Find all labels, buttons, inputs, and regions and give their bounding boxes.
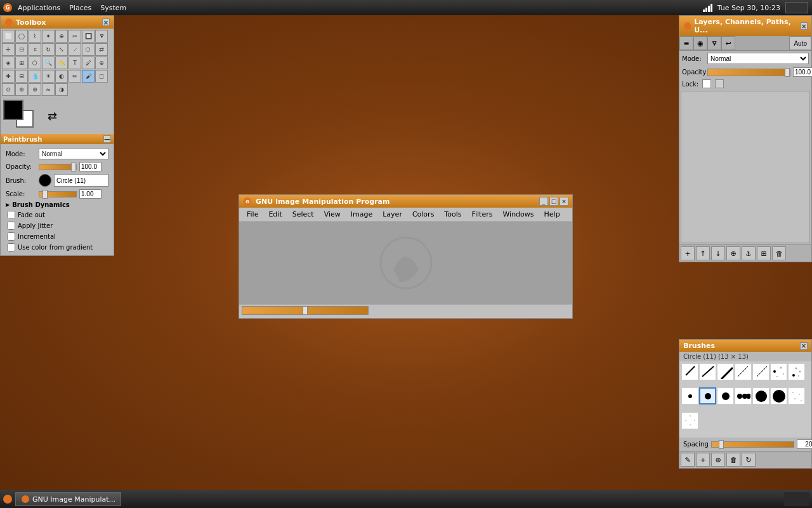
tool-crop[interactable]: ⌗ [29,43,41,56]
brush-edit-button[interactable]: ✎ [681,453,695,467]
brush-xlcircle[interactable] [770,387,787,404]
tool-measure[interactable]: 📏 [55,57,68,69]
brushes-panel-close[interactable]: × [800,342,808,350]
tool-flip[interactable]: ⇄ [95,43,108,56]
tool-dodge[interactable]: ☀ [42,70,55,83]
brush-circle3dots[interactable] [735,387,752,404]
scale-input[interactable]: 1.00 [79,189,102,199]
brush-dot2[interactable] [788,363,805,380]
tool-blur[interactable]: 💧 [29,70,41,83]
tool-free-select[interactable]: ⌇ [29,30,41,43]
gimp-taskbar-button[interactable]: GNU Image Manipulat... [15,492,121,506]
brush-diag1[interactable] [681,363,698,380]
tool-smudge[interactable]: ≈ [42,83,55,96]
merge-layer-button[interactable]: ⊞ [757,246,771,260]
tool-clone[interactable]: ⊕ [95,57,108,69]
tool-move[interactable]: ✛ [2,43,15,56]
tool-clone2[interactable]: ⊕ [15,83,28,96]
tool-colorpicker[interactable]: 🖊 [82,57,95,69]
tool-scale[interactable]: ⤡ [55,43,68,56]
tab-channels-icon[interactable]: ◉ [693,36,707,50]
mode-select[interactable]: Normal [39,148,108,159]
layers-opacity-slider[interactable] [707,69,790,76]
tool-color-select[interactable]: ⊕ [55,30,68,43]
gimp-canvas[interactable] [239,222,572,304]
tool-perspective[interactable]: ⬡ [82,43,95,56]
tool-airbrush[interactable]: ⊙ [2,83,15,96]
layers-mode-select[interactable]: Normal [707,53,809,64]
menu-image[interactable]: Image [346,209,377,220]
scale-slider[interactable] [39,191,77,197]
tool-perspective-clone[interactable]: ⊟ [15,70,28,83]
brush-circle11[interactable] [699,387,716,404]
tool-desaturate[interactable]: ◐ [55,70,68,83]
tool-transform[interactable]: ◈ [2,57,15,69]
opacity-input[interactable]: 100.0 [79,162,102,171]
gradient-checkbox[interactable] [7,243,15,251]
tool-cage[interactable]: ⬡ [29,57,41,69]
tool-dodge2[interactable]: ◑ [55,83,68,96]
tool-scissors[interactable]: ✂ [69,30,81,43]
tool-heal[interactable]: ✚ [2,70,15,83]
applications-menu[interactable]: Applications [14,3,64,13]
menu-windows[interactable]: Windows [497,209,539,220]
brush-dynamics-toggle[interactable]: ▶ Brush Dynamics [3,200,111,210]
layers-panel-close[interactable]: × [801,22,808,30]
menu-help[interactable]: Help [539,209,565,220]
paintbrush-section-header[interactable]: Paintbrush — [1,134,114,144]
tool-paths[interactable]: ⛛ [95,30,108,43]
toolbox-close[interactable]: × [102,18,110,26]
opacity-slider[interactable] [39,164,77,170]
system-menu[interactable]: System [96,3,130,13]
brush-new-button[interactable]: + [696,453,710,467]
brush-diag2[interactable] [699,363,716,380]
fade-out-checkbox[interactable] [7,211,15,219]
brush-delete-button[interactable]: 🗑 [726,453,740,467]
brush-scatter1[interactable] [788,387,805,404]
lower-layer-button[interactable]: ↓ [711,246,725,260]
tool-warp[interactable]: ⊞ [15,57,28,69]
maximize-button[interactable]: □ [549,197,558,206]
brush-name-button[interactable]: Circle (11) [54,174,108,187]
spacing-slider[interactable] [711,441,794,448]
tool-ink[interactable]: ✏ [69,70,81,83]
tool-paintbrush[interactable]: 🖌 [82,70,95,83]
close-button[interactable]: × [560,197,568,206]
menu-view[interactable]: View [319,209,346,220]
menu-layer[interactable]: Layer [377,209,407,220]
minimize-button[interactable]: _ [539,197,548,206]
tab-layers-icon[interactable]: ≡ [679,36,693,50]
spacing-input[interactable] [797,439,812,449]
lock-alpha-checkbox[interactable] [715,79,724,88]
auto-button[interactable]: Auto [789,36,811,50]
brush-refresh-button[interactable]: ↻ [742,453,756,467]
tool-foreground-select[interactable]: 🔲 [82,30,95,43]
tool-align[interactable]: ⊟ [15,43,28,56]
new-layer-button[interactable]: + [681,246,695,260]
brush-duplicate-button[interactable]: ⊕ [711,453,725,467]
menu-tools[interactable]: Tools [439,209,466,220]
tab-paths-icon[interactable]: ⛛ [707,36,721,50]
duplicate-layer-button[interactable]: ⊕ [726,246,740,260]
menu-select[interactable]: Select [287,209,319,220]
brush-smallcircle[interactable] [681,387,698,404]
tool-magnify[interactable]: 🔍 [42,57,55,69]
brush-circle13[interactable] [717,387,734,404]
raise-layer-button[interactable]: ↑ [696,246,710,260]
swap-colors[interactable]: ⇄ [48,109,57,123]
menu-edit[interactable]: Edit [263,209,287,220]
tool-eraser[interactable]: ◻ [95,70,108,83]
tool-rotate[interactable]: ↻ [42,43,55,56]
zoom-slider[interactable] [242,306,369,315]
tool-fuzzy-select[interactable]: ✦ [42,30,55,43]
foreground-color[interactable] [3,100,23,120]
tool-rect-select[interactable]: ⬜ [2,30,15,43]
brush-largecircle[interactable] [752,387,769,404]
brush-diag3[interactable] [717,363,734,380]
brush-dot1[interactable] [770,363,787,380]
paintbrush-section-close[interactable]: — [103,135,111,143]
anchor-layer-button[interactable]: ⚓ [742,246,756,260]
apply-jitter-checkbox[interactable] [7,222,15,230]
tool-ellipse-select[interactable]: ◯ [15,30,28,43]
places-menu[interactable]: Places [65,3,95,13]
